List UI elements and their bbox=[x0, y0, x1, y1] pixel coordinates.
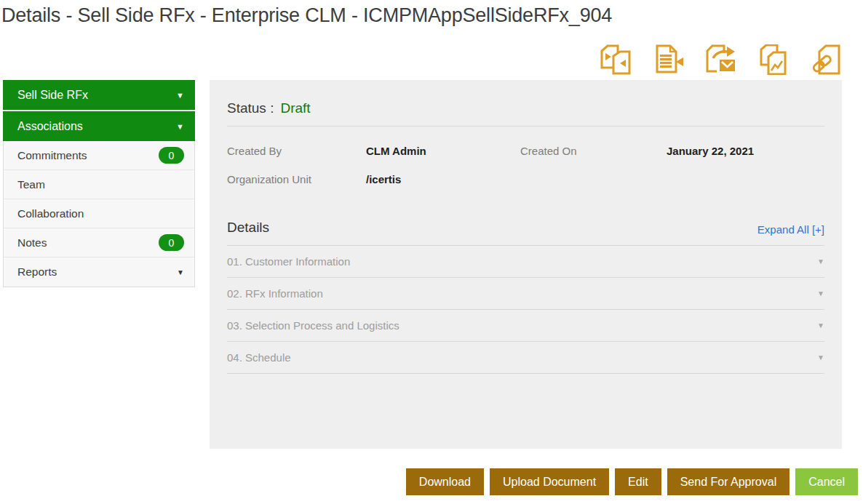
sidebar-item-label: Commitments bbox=[17, 149, 87, 162]
sidebar-item-label: Notes bbox=[17, 236, 47, 249]
sidebar-item-collaboration[interactable]: Collaboration bbox=[4, 199, 194, 228]
accordion-schedule[interactable]: 04. Schedule ▼ bbox=[227, 342, 824, 374]
sidebar-item-team[interactable]: Team bbox=[4, 170, 194, 199]
sidebar-header-sell-side-rfx[interactable]: Sell Side RFx ▼ bbox=[3, 80, 195, 110]
count-badge: 0 bbox=[159, 147, 184, 164]
sidebar-header-label: Sell Side RFx bbox=[17, 89, 88, 102]
created-by-value: CLM Admin bbox=[366, 145, 520, 157]
cancel-button[interactable]: Cancel bbox=[795, 468, 858, 495]
send-for-review-icon bbox=[704, 44, 737, 75]
edit-button[interactable]: Edit bbox=[615, 468, 661, 495]
accordion-label: 04. Schedule bbox=[227, 351, 291, 364]
chevron-down-icon: ▼ bbox=[176, 122, 184, 131]
sidebar-header-label: Associations bbox=[17, 120, 83, 133]
compare-documents-button[interactable] bbox=[599, 44, 632, 75]
sidebar: Sell Side RFx ▼ Associations ▼ Commitmen… bbox=[3, 80, 195, 287]
sidebar-item-commitments[interactable]: Commitments 0 bbox=[4, 141, 194, 170]
document-report-button[interactable] bbox=[756, 44, 790, 75]
sidebar-header-associations[interactable]: Associations ▼ bbox=[3, 111, 195, 141]
organization-unit-label: Organization Unit bbox=[227, 173, 366, 185]
document-report-icon bbox=[756, 44, 790, 75]
send-for-approval-button[interactable]: Send For Approval bbox=[667, 468, 790, 495]
sidebar-item-label: Reports bbox=[17, 265, 57, 279]
expand-all-link[interactable]: Expand All [+] bbox=[757, 223, 824, 236]
sidebar-item-label: Team bbox=[17, 178, 45, 191]
status-row: Status : Draft bbox=[227, 80, 824, 116]
chevron-down-icon: ▼ bbox=[177, 268, 184, 276]
accordion-label: 02. RFx Information bbox=[227, 287, 323, 300]
details-heading: Details bbox=[227, 220, 269, 236]
chevron-down-icon: ▼ bbox=[817, 257, 824, 265]
chevron-down-icon: ▼ bbox=[817, 353, 824, 361]
accordion-selection-process[interactable]: 03. Selection Process and Logistics ▼ bbox=[227, 310, 824, 342]
record-info-grid: Created By CLM Admin Created On January … bbox=[227, 145, 824, 185]
created-by-label: Created By bbox=[227, 145, 366, 157]
chevron-down-icon: ▼ bbox=[176, 91, 184, 100]
download-button[interactable]: Download bbox=[406, 468, 484, 495]
details-section-header: Details Expand All [+] bbox=[227, 220, 824, 236]
sidebar-item-notes[interactable]: Notes 0 bbox=[4, 228, 194, 257]
compare-documents-icon bbox=[599, 44, 632, 75]
upload-document-button[interactable]: Upload Document bbox=[490, 468, 609, 495]
accordion-customer-information[interactable]: 01. Customer Information ▼ bbox=[227, 246, 824, 278]
footer-action-bar: Download Upload Document Edit Send For A… bbox=[406, 468, 858, 495]
accordion-rfx-information[interactable]: 02. RFx Information ▼ bbox=[227, 278, 824, 310]
send-for-review-button[interactable] bbox=[704, 44, 737, 75]
divider bbox=[227, 126, 824, 127]
sidebar-item-label: Collaboration bbox=[17, 207, 84, 220]
chevron-down-icon: ▼ bbox=[817, 289, 824, 297]
status-label: Status : bbox=[227, 100, 274, 116]
accordion-label: 01. Customer Information bbox=[227, 255, 350, 268]
created-on-label: Created On bbox=[520, 145, 667, 157]
organization-unit-value: /icertis bbox=[366, 173, 520, 185]
action-icon-toolbar bbox=[599, 44, 842, 75]
linked-documents-icon bbox=[808, 44, 842, 75]
assemble-document-icon bbox=[651, 44, 685, 75]
status-value: Draft bbox=[280, 100, 310, 116]
count-badge: 0 bbox=[159, 234, 184, 251]
assemble-document-button[interactable] bbox=[651, 44, 685, 75]
sidebar-item-list: Commitments 0 Team Collaboration Notes 0… bbox=[3, 141, 195, 287]
page: Details - Sell Side RFx - Enterprise CLM… bbox=[0, 0, 863, 504]
created-on-value: January 22, 2021 bbox=[667, 145, 824, 157]
accordion-label: 03. Selection Process and Logistics bbox=[227, 319, 399, 332]
sidebar-item-reports[interactable]: Reports ▼ bbox=[4, 257, 194, 287]
chevron-down-icon: ▼ bbox=[817, 321, 824, 329]
linked-documents-button[interactable] bbox=[808, 44, 842, 75]
page-title: Details - Sell Side RFx - Enterprise CLM… bbox=[1, 4, 612, 27]
details-panel: Status : Draft Created By CLM Admin Crea… bbox=[210, 80, 842, 449]
